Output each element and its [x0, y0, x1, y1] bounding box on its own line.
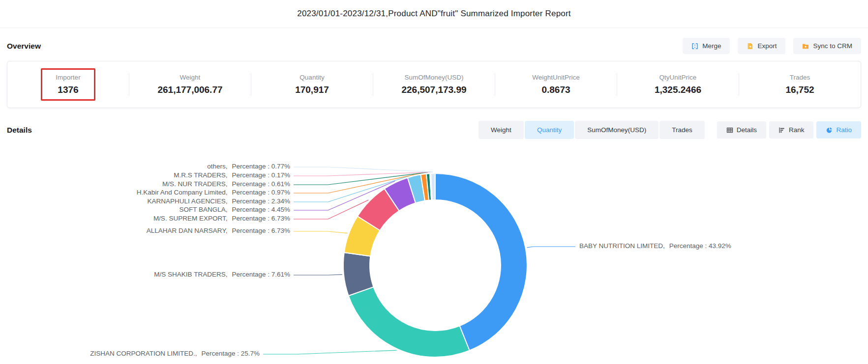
pie-icon [826, 127, 833, 134]
pie-label-m-r-s-traders: M.R.S TRADERS,Percentage : 0.17% [174, 171, 290, 179]
pie-label-soft-bangla: SOFT BANGLA,Percentage : 4.45% [179, 206, 290, 213]
importer-ratio-donut-chart [0, 0, 868, 364]
metric-tab-sumofmoney-usd[interactable]: SumOfMoney(USD) [575, 121, 658, 139]
sync-to-crm-button[interactable]: Sync to CRM [793, 38, 861, 54]
stat-value: 261,177,006.77 [157, 84, 222, 95]
stat-box: WeightUnitPrice0.8673 [520, 68, 592, 101]
stat-quantity: Quantity170,917 [251, 68, 373, 101]
pie-label-percentage: Percentage : 43.92% [669, 242, 731, 250]
table-icon [726, 127, 733, 134]
stat-label: Importer [56, 74, 80, 81]
pie-label-name: M.R.S TRADERS, [174, 171, 227, 179]
pie-label-percentage: Percentage : 0.77% [232, 163, 290, 170]
pie-label-percentage: Percentage : 0.17% [232, 171, 290, 179]
pie-label-percentage: Percentage : 4.45% [232, 206, 290, 213]
pie-label-percentage: Percentage : 6.73% [232, 215, 290, 222]
pie-label-percentage: Percentage : 6.73% [232, 227, 290, 234]
pie-label-m-s-suprem-export: M/S. SUPREM EXPORT,Percentage : 6.73% [153, 215, 290, 222]
pie-label-m-s-nur-traders: M/S. NUR TRADERS,Percentage : 0.61% [162, 180, 290, 188]
stat-box: Weight261,177,006.77 [145, 68, 235, 101]
stat-value: 170,917 [295, 84, 329, 95]
pie-label-name: ALLAHAR DAN NARSARY, [147, 227, 228, 234]
rank-view-label: Rank [789, 126, 805, 134]
details-view-button[interactable]: Details [717, 121, 766, 139]
stat-box: Trades16,752 [773, 68, 826, 101]
stat-box: Quantity170,917 [283, 68, 341, 101]
stat-value: 1,325.2466 [655, 84, 701, 95]
pie-leader-line [294, 172, 430, 176]
export-button[interactable]: Export [738, 38, 785, 54]
pie-label-name: M/S SHAKIB TRADERS, [154, 271, 227, 278]
metric-tab-quantity[interactable]: Quantity [525, 121, 574, 139]
pie-slice-zishan-corporation-limited[interactable] [349, 287, 470, 357]
stat-qtyunitprice: QtyUnitPrice1,325.2466 [617, 68, 739, 101]
rank-view-button[interactable]: Rank [769, 121, 814, 139]
pie-label-others: others,Percentage : 0.77% [207, 163, 290, 170]
pie-label-name: BABY NUTRITION LIMITED, [579, 242, 665, 250]
merge-button[interactable]: Merge [683, 38, 730, 54]
pie-label-percentage: Percentage : 25.7% [201, 350, 260, 357]
pie-label-percentage: Percentage : 0.61% [232, 180, 290, 188]
metric-tabs: WeightQuantitySumOfMoney(USD)Trades [478, 121, 705, 139]
ratio-view-label: Ratio [836, 126, 852, 134]
stat-trades: Trades16,752 [739, 68, 861, 101]
details-heading: Details [7, 126, 32, 135]
sync-folder-icon [802, 43, 809, 50]
pie-label-percentage: Percentage : 2.34% [232, 197, 290, 205]
pie-leader-line [527, 247, 576, 248]
overview-actions: Merge Export Sync to CRM [683, 38, 861, 54]
export-button-label: Export [757, 42, 777, 50]
stat-weight: Weight261,177,006.77 [129, 68, 251, 101]
title-bar: 2023/01/01-2023/12/31,Product AND"fruit"… [0, 0, 868, 28]
pie-leader-line [294, 167, 433, 172]
pie-label-zishan-corporation-limited: ZISHAN CORPORATION LIMITED.,Percentage :… [90, 350, 260, 357]
pie-label-percentage: Percentage : 7.61% [232, 271, 290, 278]
pie-label-name: KARNAPHULI AGENCIES, [148, 197, 228, 205]
merge-icon [691, 43, 698, 50]
pie-label-h-kabir-and-company-limited: H.Kabir And Company Limited,Percentage :… [137, 189, 290, 196]
rank-icon [778, 127, 785, 134]
stat-sumofmoney-usd: SumOfMoney(USD)226,507,173.99 [373, 68, 495, 101]
pie-label-name: M/S. SUPREM EXPORT, [153, 215, 228, 222]
merge-button-label: Merge [702, 42, 721, 50]
stat-label: Quantity [295, 74, 329, 81]
stat-weightunitprice: WeightUnitPrice0.8673 [495, 68, 617, 101]
pie-label-name: ZISHAN CORPORATION LIMITED., [90, 350, 197, 357]
metric-tab-weight[interactable]: Weight [479, 121, 524, 139]
stat-value: 1376 [56, 84, 80, 95]
stat-label: WeightUnitPrice [532, 74, 580, 81]
metric-tab-trades[interactable]: Trades [659, 121, 705, 139]
pie-label-name: SOFT BANGLA, [179, 206, 227, 213]
pie-leader-line [294, 275, 342, 275]
highlight-box: Importer1376 [41, 68, 95, 101]
view-buttons: Details Rank Ratio [717, 121, 861, 139]
overview-heading: Overview [7, 42, 41, 51]
stat-importer: Importer1376 [7, 68, 129, 101]
report-page: 2023/01/01-2023/12/31,Product AND"fruit"… [0, 0, 868, 364]
pie-label-allahar-dan-narsary: ALLAHAR DAN NARSARY,Percentage : 6.73% [147, 227, 290, 234]
pie-slice-baby-nutrition-limited[interactable] [435, 173, 527, 351]
stat-value: 16,752 [785, 84, 814, 95]
pie-leader-line [263, 350, 397, 354]
stat-label: SumOfMoney(USD) [401, 74, 466, 81]
pie-slice-others[interactable] [431, 173, 435, 200]
pie-label-baby-nutrition-limited: BABY NUTRITION LIMITED,Percentage : 43.9… [579, 242, 731, 250]
stat-value: 226,507,173.99 [401, 84, 466, 95]
details-view-label: Details [737, 126, 757, 134]
stat-box: SumOfMoney(USD)226,507,173.99 [389, 68, 479, 101]
stat-label: Weight [157, 74, 222, 81]
pie-label-name: H.Kabir And Company Limited, [137, 189, 228, 196]
ratio-view-button[interactable]: Ratio [816, 121, 861, 139]
stat-value: 0.8673 [532, 84, 580, 95]
stat-label: QtyUnitPrice [655, 74, 701, 81]
overview-stats-card: Importer1376Weight261,177,006.77Quantity… [7, 61, 861, 108]
pie-label-karnaphuli-agencies: KARNAPHULI AGENCIES,Percentage : 2.34% [148, 197, 290, 205]
export-icon [747, 43, 753, 50]
overview-header: Overview Merge Export [0, 28, 868, 54]
pie-label-percentage: Percentage : 0.97% [232, 189, 290, 196]
stat-box: QtyUnitPrice1,325.2466 [642, 68, 714, 101]
pie-label-name: others, [207, 163, 227, 170]
pie-label-name: M/S. NUR TRADERS, [162, 180, 228, 188]
pie-leader-line [294, 231, 348, 233]
sync-to-crm-button-label: Sync to CRM [813, 42, 852, 50]
